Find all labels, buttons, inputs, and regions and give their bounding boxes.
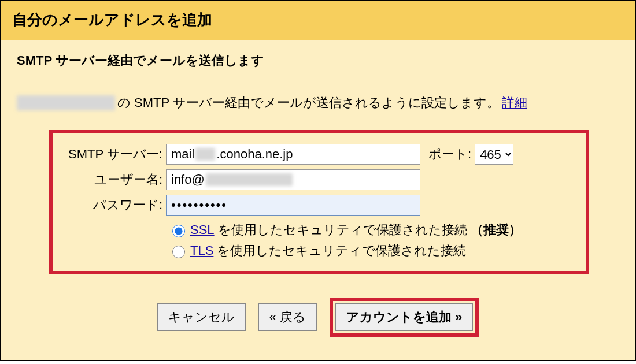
learn-more-link[interactable]: 詳細 [502,94,527,112]
password-label: パスワード: [62,196,166,214]
server-suffix: .conoha.ne.jp [216,147,293,162]
username-prefix: info@ [171,172,205,187]
ssl-recommended: （推奨） [471,221,522,239]
smtp-form-box: SMTP サーバー: mail .conoha.ne.jp ポート: 465 ユ… [49,130,589,274]
primary-button-highlight: アカウントを追加 » [330,298,479,337]
description-row: の SMTP サーバー経由でメールが送信されるように設定します。 詳細 [17,94,619,112]
username-row: ユーザー名: info@ [62,169,576,190]
redacted-server-part [195,148,215,161]
tls-link[interactable]: TLS [190,243,213,258]
password-row: パスワード: [62,195,576,216]
dialog-title: 自分のメールアドレスを追加 [12,10,624,30]
tls-radio[interactable] [172,246,185,258]
username-input[interactable]: info@ [166,169,420,190]
username-label: ユーザー名: [62,171,166,188]
port-select[interactable]: 465 [475,144,513,165]
smtp-server-input[interactable]: mail .conoha.ne.jp [166,144,420,165]
redacted-username-part [206,173,293,186]
dialog-subtitle: SMTP サーバー経由でメールを送信します [17,52,619,69]
server-prefix: mail [171,147,194,162]
redacted-domain [17,95,115,110]
ssl-radio-row: SSL を使用したセキュリティで保護された接続 （推奨） [169,221,576,239]
description-text: の SMTP サーバー経由でメールが送信されるように設定します。 [117,94,500,112]
dialog-header: 自分のメールアドレスを追加 [1,1,635,40]
server-label: SMTP サーバー: [62,146,166,163]
separator [17,80,619,80]
ssl-link[interactable]: SSL [190,222,215,237]
ssl-text: を使用したセキュリティで保護された接続 [218,221,467,239]
back-button[interactable]: « 戻る [258,303,317,331]
tls-text: を使用したセキュリティで保護された接続 [217,242,466,259]
add-account-button[interactable]: アカウントを追加 » [335,303,473,331]
server-row: SMTP サーバー: mail .conoha.ne.jp ポート: 465 [62,144,576,165]
ssl-radio[interactable] [172,225,185,237]
dialog-content: SMTP サーバー経由でメールを送信します の SMTP サーバー経由でメールが… [1,40,635,360]
tls-radio-row: TLS を使用したセキュリティで保護された接続 [169,242,576,259]
port-label: ポート: [428,146,471,163]
button-row: キャンセル « 戻る アカウントを追加 » [17,298,619,337]
cancel-button[interactable]: キャンセル [157,303,246,331]
add-email-dialog: 自分のメールアドレスを追加 SMTP サーバー経由でメールを送信します の SM… [0,0,636,361]
password-input[interactable] [166,195,420,216]
